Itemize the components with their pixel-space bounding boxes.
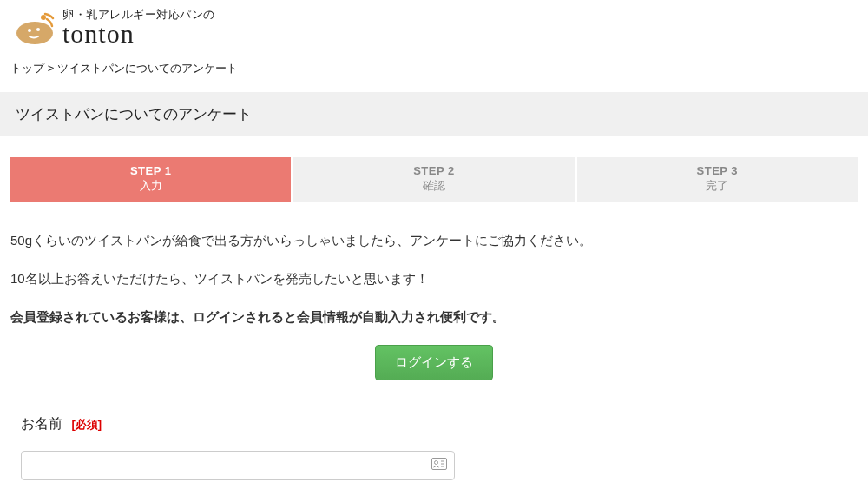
name-input[interactable] <box>21 451 455 480</box>
required-tag: [必須] <box>71 418 102 431</box>
login-button[interactable]: ログインする <box>375 345 493 380</box>
login-hint: 会員登録されているお客様は、ログインされると会員情報が自動入力され便利です。 <box>10 307 858 327</box>
breadcrumb-item[interactable]: トップ <box>10 62 44 75</box>
name-label: お名前 <box>21 416 62 431</box>
svg-point-2 <box>28 29 31 32</box>
step-label: 完了 <box>577 178 858 194</box>
svg-point-1 <box>41 15 46 20</box>
intro-line-1: 50gくらいのツイストパンが給食で出る方がいらっしゃいましたら、アンケートにご協… <box>10 230 858 251</box>
login-button-wrap: ログインする <box>0 345 868 380</box>
logo-icon <box>10 10 59 45</box>
step-label: 入力 <box>10 178 291 194</box>
step-label: 確認 <box>293 178 574 194</box>
form-row-name: お名前 [必須] <box>21 415 847 480</box>
step-2: STEP 2 確認 <box>293 157 574 202</box>
form-section: お名前 [必須] メールアドレス [必須] <box>0 415 868 489</box>
breadcrumb-item: ツイストパンについてのアンケート <box>57 62 238 75</box>
intro-line-2: 10名以上お答えいただけたら、ツイストパンを発売したいと思います！ <box>10 268 858 289</box>
svg-point-5 <box>435 461 438 465</box>
breadcrumb: トップ > ツイストパンについてのアンケート <box>0 56 868 92</box>
svg-point-0 <box>16 22 53 44</box>
contact-card-icon <box>431 458 447 472</box>
step-1: STEP 1 入力 <box>10 157 291 202</box>
breadcrumb-sep: > <box>48 62 55 75</box>
name-label-row: お名前 [必須] <box>21 415 847 433</box>
step-num: STEP 2 <box>293 164 574 177</box>
logo-area: 卵・乳アレルギー対応パンの tonton <box>0 0 868 56</box>
svg-point-3 <box>36 28 40 31</box>
page-title: ツイストパンについてのアンケート <box>0 92 868 136</box>
step-num: STEP 1 <box>10 164 291 177</box>
step-num: STEP 3 <box>577 164 858 177</box>
logo-text: 卵・乳アレルギー対応パンの tonton <box>62 7 215 49</box>
body-text: 50gくらいのツイストパンが給食で出る方がいらっしゃいましたら、アンケートにご協… <box>0 230 868 327</box>
step-indicator: STEP 1 入力 STEP 2 確認 STEP 3 完了 <box>10 157 858 202</box>
step-3: STEP 3 完了 <box>577 157 858 202</box>
logo-title: tonton <box>62 19 215 49</box>
